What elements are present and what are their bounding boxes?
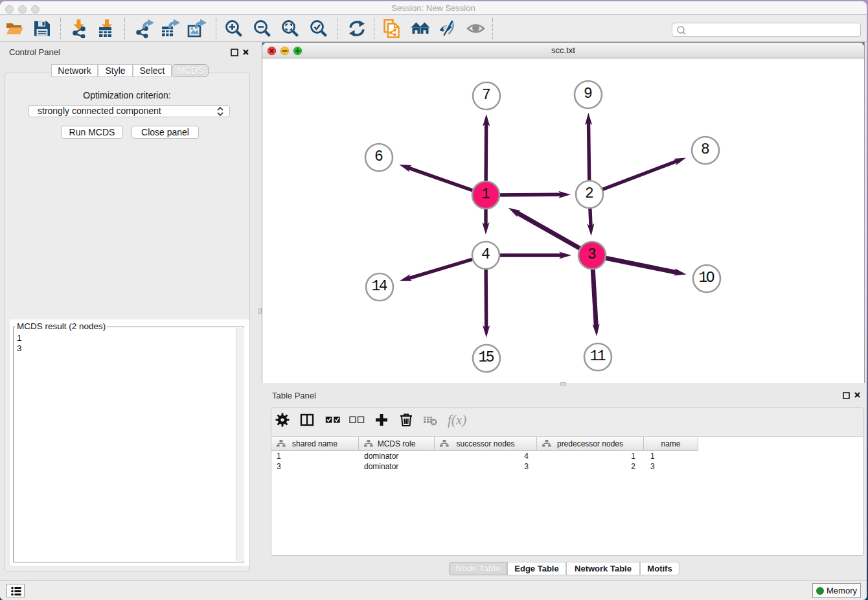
svg-text:3: 3	[588, 246, 597, 263]
svg-text:7: 7	[482, 87, 491, 104]
svg-text:8: 8	[701, 141, 710, 158]
svg-text:2: 2	[585, 185, 594, 202]
svg-text:9: 9	[584, 86, 593, 102]
svg-text:14: 14	[372, 278, 388, 295]
svg-text:11: 11	[590, 348, 606, 365]
svg-text:6: 6	[374, 148, 383, 165]
svg-text:1O: 1O	[699, 270, 715, 286]
svg-text:4: 4	[481, 246, 490, 263]
svg-text:1: 1	[481, 186, 490, 203]
svg-text:15: 15	[479, 349, 495, 366]
